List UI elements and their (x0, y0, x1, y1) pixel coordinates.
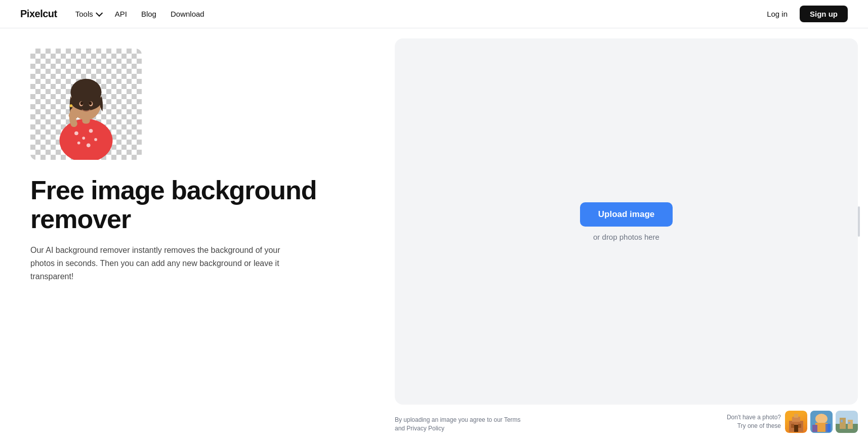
building-icon-3 (836, 411, 858, 433)
woman-illustration (46, 54, 127, 160)
nav-api[interactable]: API (115, 10, 127, 18)
signup-button[interactable]: Sign up (800, 6, 848, 22)
nav-blog[interactable]: Blog (141, 10, 156, 18)
scroll-indicator (858, 206, 860, 237)
svg-point-2 (82, 137, 85, 140)
nav-actions: Log in Sign up (761, 6, 848, 22)
svg-point-24 (815, 414, 828, 424)
hero-title: Free image background remover (30, 176, 364, 234)
svg-rect-19 (794, 414, 798, 418)
sample-thumb-1[interactable] (785, 411, 807, 433)
svg-rect-27 (825, 424, 831, 432)
main-layout: Free image background remover Our AI bac… (0, 28, 868, 439)
navbar: Pixelcut Tools API Blog Download Log in … (0, 0, 868, 28)
svg-point-3 (89, 129, 93, 133)
building-icon-1 (785, 411, 807, 433)
sample-thumbs (785, 411, 858, 433)
svg-point-4 (94, 138, 97, 141)
svg-rect-29 (836, 424, 858, 433)
nav-links: Tools API Blog Download (75, 10, 761, 18)
nav-download[interactable]: Download (171, 10, 204, 18)
svg-rect-22 (794, 425, 798, 432)
svg-point-10 (70, 91, 101, 110)
nav-tools[interactable]: Tools (75, 10, 101, 18)
svg-rect-32 (841, 420, 843, 422)
sample-thumb-3[interactable] (836, 411, 858, 433)
terms-text: By uploading an image you agree to our T… (395, 416, 526, 433)
upload-image-button[interactable]: Upload image (580, 202, 673, 227)
svg-point-0 (60, 119, 113, 160)
svg-rect-26 (812, 425, 817, 432)
svg-rect-30 (840, 418, 846, 429)
checkerboard-bg (30, 49, 142, 160)
svg-point-13 (80, 102, 84, 105)
svg-point-1 (74, 131, 78, 136)
logo[interactable]: Pixelcut (20, 8, 57, 20)
sample-photos-area: Don't have a photo? Try one of these (727, 411, 858, 433)
svg-rect-20 (791, 424, 794, 428)
sample-thumb-2[interactable] (810, 411, 833, 433)
svg-point-16 (70, 104, 73, 107)
chevron-down-icon (96, 9, 103, 16)
svg-point-14 (89, 102, 92, 105)
upload-dropzone[interactable]: Upload image or drop photos here (395, 38, 858, 405)
svg-rect-21 (798, 424, 801, 428)
svg-rect-33 (848, 422, 850, 424)
bottom-bar: By uploading an image you agree to our T… (395, 405, 858, 439)
hero-image-wrapper (30, 49, 142, 160)
sample-photos-label: Don't have a photo? Try one of these (727, 413, 781, 430)
svg-point-6 (87, 144, 91, 148)
svg-rect-31 (848, 420, 853, 429)
building-icon-2 (810, 411, 833, 433)
login-button[interactable]: Log in (761, 7, 794, 21)
drop-text: or drop photos here (593, 233, 659, 241)
left-panel: Free image background remover Our AI bac… (0, 28, 395, 439)
right-panel: Upload image or drop photos here By uplo… (395, 28, 868, 439)
svg-point-5 (77, 142, 80, 145)
hero-description: Our AI background remover instantly remo… (30, 244, 283, 283)
